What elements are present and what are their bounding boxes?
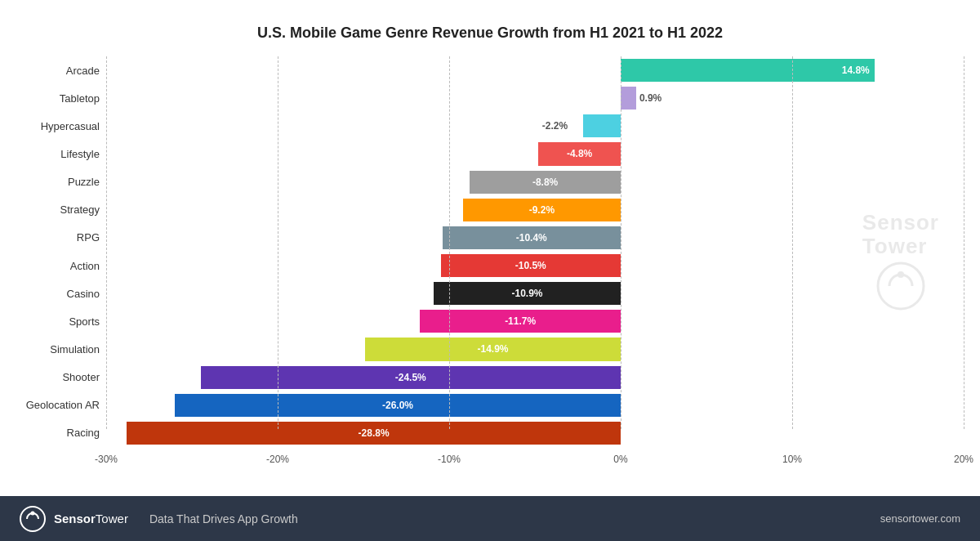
bar-row-racing: -28.8% [106, 419, 964, 447]
bar-value-label: -4.8% [538, 148, 621, 159]
y-label-casino: Casino [16, 288, 106, 299]
y-label-lifestyle: Lifestyle [16, 149, 106, 159]
y-label-rpg: RPG [16, 232, 106, 243]
bar-row-tabletop: 0.9% [106, 84, 964, 112]
bar-row-geolocation-ar: -26.0% [106, 391, 964, 419]
y-label-sports: Sports [16, 316, 106, 327]
bar-action: -10.5% [441, 254, 621, 277]
bar-row-action: -10.5% [106, 252, 964, 279]
footer-logo-icon [20, 506, 46, 532]
bar-simulation: -14.9% [365, 338, 621, 360]
bar-row-arcade: 14.8% [106, 56, 964, 84]
bar-racing: -28.8% [127, 422, 621, 445]
bar-row-shooter: -24.5% [106, 364, 964, 391]
bars-wrapper: 14.8%0.9%-2.2%-4.8%-8.8%-9.2%-10.4%-10.5… [106, 56, 964, 429]
grid-line [964, 56, 964, 429]
grid-line [792, 56, 793, 429]
watermark-logo-icon [876, 262, 925, 311]
bar-value-label: -11.7% [420, 315, 621, 327]
bar-lifestyle: -4.8% [538, 142, 621, 165]
y-label-hypercasual: Hypercasual [16, 121, 106, 132]
bar-tabletop [621, 87, 636, 110]
bar-row-simulation: -14.9% [106, 335, 964, 363]
bar-row-strategy: -9.2% [106, 196, 964, 224]
grid-line [278, 56, 278, 429]
y-labels: ArcadeTabletopHypercasualLifestylePuzzle… [16, 56, 106, 465]
grid-line [621, 56, 621, 429]
bar-value-label: -14.9% [365, 343, 621, 355]
bar-geolocation-ar: -26.0% [175, 394, 621, 417]
footer: SensorTower Data That Drives App Growth … [0, 496, 980, 541]
watermark: SensorTower [862, 211, 939, 311]
bar-row-rpg: -10.4% [106, 224, 964, 252]
x-axis-label: 20% [954, 454, 973, 465]
bar-shooter: -24.5% [201, 366, 621, 389]
bar-value-label: 0.9% [639, 92, 662, 104]
bar-value-label: -26.0% [175, 400, 621, 411]
svg-point-1 [898, 271, 904, 278]
x-axis-label: 0% [613, 454, 627, 465]
bar-value-label: -24.5% [201, 372, 621, 383]
y-label-tabletop: Tabletop [16, 93, 106, 104]
bar-row-sports: -11.7% [106, 307, 964, 335]
chart-area: ArcadeTabletopHypercasualLifestylePuzzle… [16, 56, 964, 465]
footer-tagline: Data That Drives App Growth [149, 512, 298, 525]
grid-and-bars: 14.8%0.9%-2.2%-4.8%-8.8%-9.2%-10.4%-10.5… [106, 56, 964, 447]
y-label-geolocation-ar: Geolocation AR [16, 400, 106, 410]
bar-strategy: -9.2% [463, 199, 621, 221]
footer-brand: SensorTower [54, 512, 128, 525]
bar-row-hypercasual: -2.2% [106, 112, 964, 140]
bar-puzzle: -8.8% [470, 171, 621, 194]
x-axis-label: -30% [95, 454, 118, 465]
bar-arcade: 14.8% [621, 59, 875, 82]
bar-value-label: -10.9% [434, 288, 621, 299]
y-label-strategy: Strategy [16, 204, 106, 215]
bar-sports: -11.7% [420, 310, 621, 333]
bar-casino: -10.9% [434, 282, 621, 305]
x-axis-label: -20% [266, 454, 289, 465]
bar-row-casino: -10.9% [106, 279, 964, 307]
bar-value-label: -10.4% [443, 232, 621, 244]
grid-line [449, 56, 450, 429]
svg-point-0 [878, 263, 924, 309]
x-axis-labels: -30%-20%-10%0%10%20% [106, 447, 964, 465]
svg-point-3 [31, 511, 35, 515]
grid-line [106, 56, 107, 429]
y-label-puzzle: Puzzle [16, 177, 106, 187]
bar-value-label: -28.8% [127, 427, 621, 439]
chart-title: U.S. Mobile Game Genre Revenue Growth fr… [16, 25, 964, 42]
bar-value-label: -10.5% [441, 260, 621, 271]
y-label-arcade: Arcade [16, 65, 106, 76]
bar-row-puzzle: -8.8% [106, 168, 964, 196]
y-label-simulation: Simulation [16, 344, 106, 355]
svg-point-2 [20, 507, 45, 531]
x-axis-label: -10% [438, 454, 461, 465]
y-label-action: Action [16, 261, 106, 271]
bar-row-lifestyle: -4.8% [106, 140, 964, 168]
x-axis-label: 10% [782, 454, 802, 465]
bar-value-label: 14.8% [837, 65, 875, 76]
bars-section: 14.8%0.9%-2.2%-4.8%-8.8%-9.2%-10.4%-10.5… [106, 56, 964, 465]
chart-container: U.S. Mobile Game Genre Revenue Growth fr… [0, 0, 980, 496]
footer-url: sensortower.com [880, 512, 960, 525]
bar-value-label: -9.2% [463, 204, 621, 216]
y-label-shooter: Shooter [16, 372, 106, 382]
bar-value-label: -2.2% [542, 120, 568, 132]
bar-hypercasual [583, 114, 621, 137]
bar-rpg: -10.4% [443, 226, 621, 249]
footer-left: SensorTower Data That Drives App Growth [20, 506, 298, 532]
y-label-racing: Racing [16, 427, 106, 438]
bar-value-label: -8.8% [470, 177, 621, 188]
